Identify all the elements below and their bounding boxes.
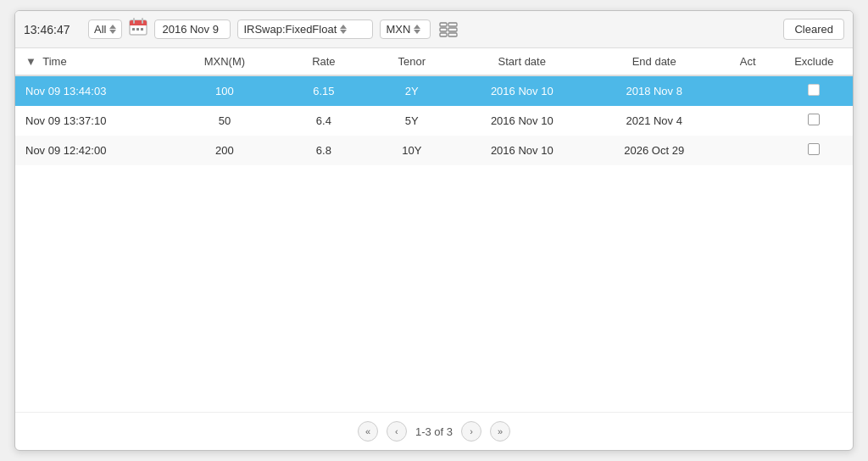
exclude-checkbox[interactable]: [808, 84, 820, 96]
svg-rect-13: [448, 33, 457, 36]
col-header-time[interactable]: ▼ Time: [15, 48, 170, 75]
toolbar: 13:46:47 All IRSwap:FixedFloat: [15, 11, 853, 48]
cell-act: [721, 136, 776, 165]
clock-display: 13:46:47: [24, 23, 81, 36]
calendar-icon[interactable]: [129, 18, 147, 41]
currency-label: MXN: [386, 23, 410, 36]
svg-rect-7: [141, 28, 143, 31]
cell-exclude[interactable]: [776, 106, 853, 136]
svg-rect-9: [448, 23, 457, 26]
col-header-mxn[interactable]: MXN(M): [170, 48, 280, 75]
prev-page-button[interactable]: [387, 421, 407, 442]
currency-select[interactable]: MXN: [380, 19, 431, 39]
filter-label: All: [94, 23, 106, 36]
col-header-exclude[interactable]: Exclude: [776, 48, 853, 75]
table-row[interactable]: Nov 09 12:42:002006.810Y2016 Nov 102026 …: [15, 136, 853, 165]
cell-exclude[interactable]: [776, 75, 853, 106]
cell-exclude[interactable]: [776, 136, 853, 165]
cell-end: 2026 Oct 29: [588, 136, 721, 165]
columns-icon[interactable]: [437, 20, 459, 39]
cell-start: 2016 Nov 10: [456, 75, 588, 106]
first-page-button[interactable]: [358, 421, 378, 442]
cell-time: Nov 09 13:37:10: [15, 106, 170, 136]
svg-rect-10: [440, 28, 447, 31]
main-window: 13:46:47 All IRSwap:FixedFloat: [14, 10, 854, 451]
svg-rect-11: [448, 28, 457, 31]
svg-rect-2: [130, 24, 147, 25]
instrument-label: IRSwap:FixedFloat: [243, 23, 337, 36]
col-header-end-date[interactable]: End date: [588, 48, 721, 75]
sort-icon: ▼: [25, 55, 36, 68]
col-header-rate[interactable]: Rate: [280, 48, 368, 75]
svg-rect-12: [440, 33, 447, 36]
filter-arrows: [109, 24, 116, 35]
cell-end: 2018 Nov 8: [588, 75, 721, 106]
cell-time: Nov 09 13:44:03: [15, 75, 170, 106]
table-row[interactable]: Nov 09 13:44:031006.152Y2016 Nov 102018 …: [15, 75, 853, 106]
cell-rate: 6.8: [280, 136, 368, 165]
exclude-checkbox[interactable]: [808, 143, 820, 155]
page-info: 1-3 of 3: [415, 425, 453, 438]
cell-mxn: 100: [170, 75, 280, 106]
cell-start: 2016 Nov 10: [456, 136, 588, 165]
next-page-button[interactable]: [461, 421, 481, 442]
arrow-up-icon: [109, 25, 116, 29]
svg-rect-8: [440, 23, 447, 26]
currency-arrows: [414, 24, 420, 35]
cell-act: [721, 75, 776, 106]
arrow-down-icon: [414, 30, 420, 34]
cell-rate: 6.4: [280, 106, 368, 136]
table-container: ▼ Time MXN(M) Rate Tenor Start date End …: [15, 48, 853, 412]
cell-tenor: 2Y: [368, 75, 456, 106]
cleared-button[interactable]: Cleared: [783, 19, 844, 40]
arrow-down-icon: [340, 30, 347, 34]
svg-rect-5: [132, 28, 135, 31]
svg-rect-6: [136, 28, 139, 31]
cell-time: Nov 09 12:42:00: [15, 136, 170, 165]
cell-start: 2016 Nov 10: [456, 106, 588, 136]
exclude-checkbox[interactable]: [808, 114, 820, 125]
col-header-act[interactable]: Act: [721, 48, 776, 75]
last-page-button[interactable]: [490, 421, 510, 442]
col-header-tenor[interactable]: Tenor: [368, 48, 456, 75]
table-header-row: ▼ Time MXN(M) Rate Tenor Start date End …: [15, 48, 853, 75]
cell-mxn: 200: [170, 136, 280, 165]
col-header-start-date[interactable]: Start date: [456, 48, 588, 75]
filter-select[interactable]: All: [88, 19, 122, 39]
cell-act: [721, 106, 776, 136]
cell-mxn: 50: [170, 106, 280, 136]
pagination: 1-3 of 3: [15, 412, 853, 450]
cell-tenor: 10Y: [368, 136, 456, 165]
trades-table: ▼ Time MXN(M) Rate Tenor Start date End …: [15, 48, 853, 165]
date-input[interactable]: [154, 19, 231, 39]
arrow-down-icon: [109, 30, 116, 34]
instrument-arrows: [340, 24, 347, 35]
table-row[interactable]: Nov 09 13:37:10506.45Y2016 Nov 102021 No…: [15, 106, 853, 136]
table-body: Nov 09 13:44:031006.152Y2016 Nov 102018 …: [15, 75, 853, 165]
arrow-up-icon: [340, 25, 347, 29]
cell-end: 2021 Nov 4: [588, 106, 721, 136]
cell-rate: 6.15: [280, 75, 368, 106]
instrument-select[interactable]: IRSwap:FixedFloat: [237, 19, 373, 39]
cell-tenor: 5Y: [368, 106, 456, 136]
arrow-up-icon: [414, 25, 420, 29]
